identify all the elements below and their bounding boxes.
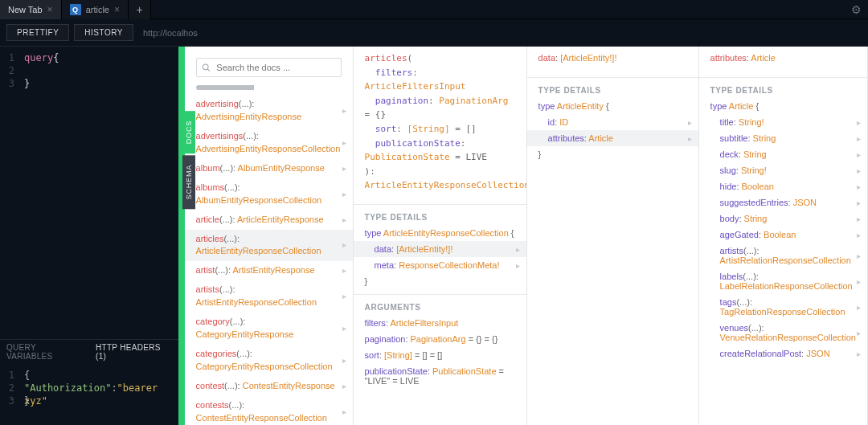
section-type-details: TYPE DETAILS — [527, 77, 698, 98]
field-data[interactable]: data: [ArticleEntity!]!▸ — [354, 241, 526, 257]
root-field-artist[interactable]: artist(...): ArtistEntityResponse▸ — [185, 261, 353, 280]
arg-filters[interactable]: filters: ArticleFiltersInput — [354, 315, 526, 331]
root-field-categories[interactable]: categories(...): CategoryEntityResponseC… — [185, 345, 353, 377]
svg-point-0 — [203, 64, 208, 70]
arg-publicationState[interactable]: publicationState: PublicationState = "LI… — [354, 363, 526, 389]
arg-pagination[interactable]: pagination: PaginationArg = {} = {} — [354, 331, 526, 347]
close-icon[interactable]: × — [47, 4, 53, 15]
field-deck[interactable]: deck: String▸ — [699, 146, 867, 162]
tab-http-headers[interactable]: HTTP HEADERS (1) — [89, 340, 178, 364]
search-input-wrap[interactable] — [196, 58, 342, 77]
field-attributes[interactable]: attributes: Article▸ — [527, 130, 698, 146]
docs-col-root: advertising(...): AdvertisingEntityRespo… — [185, 47, 354, 425]
search-icon — [202, 63, 211, 72]
field-venues[interactable]: venues(...):VenueRelationResponseCollect… — [699, 320, 867, 345]
tab-bar: New Tab × Q article × + ⚙ — [0, 0, 868, 19]
root-field-advertisings[interactable]: advertisings(...): AdvertisingEntityResp… — [185, 127, 353, 159]
add-tab-button[interactable]: + — [129, 0, 151, 19]
field-id[interactable]: id: ID▸ — [527, 114, 698, 130]
side-tab-docs[interactable]: DOCS — [182, 111, 195, 153]
field-tags[interactable]: tags(...):TagRelationResponseCollection▸ — [699, 294, 867, 320]
tab-article[interactable]: Q article × — [62, 0, 129, 19]
root-field-contests[interactable]: contests(...): ContestEntityResponseColl… — [185, 396, 353, 425]
close-icon[interactable]: × — [114, 4, 120, 15]
field-title[interactable]: title: String!▸ — [699, 114, 867, 130]
root-field-article[interactable]: article(...): ArticleEntityResponse▸ — [185, 210, 353, 230]
root-field-contest[interactable]: contest(...): ContestEntityResponse▸ — [185, 377, 353, 396]
field-hide[interactable]: hide: Boolean▸ — [699, 178, 867, 194]
prettify-button[interactable]: PRETTIFY — [6, 24, 69, 41]
editor-column: 123query{} QUERY VARIABLES HTTP HEADERS … — [0, 47, 178, 425]
headers-editor[interactable]: 123{ "Authorization":"bearer xyz"} — [0, 364, 178, 425]
query-icon: Q — [70, 4, 81, 15]
vars-header: QUERY VARIABLES HTTP HEADERS (1) — [0, 339, 178, 364]
field-artists[interactable]: artists(...):ArtistRelationResponseColle… — [699, 243, 867, 268]
field-slug[interactable]: slug: String!▸ — [699, 162, 867, 178]
root-field-articles[interactable]: articles(...): ArticleEntityResponseColl… — [185, 230, 353, 262]
close-brace: } — [527, 146, 698, 162]
column-header: data: [ArticleEntity!]! — [527, 47, 698, 72]
docs-col-type-article: attributes: Article TYPE DETAILS type Ar… — [699, 47, 868, 425]
docs-explorer: DOCS SCHEMA advertising(...): Advertisin… — [185, 47, 868, 425]
search-input[interactable] — [215, 62, 335, 73]
root-field-advertising[interactable]: advertising(...): AdvertisingEntityRespo… — [185, 95, 353, 127]
field-suggestedEntries[interactable]: suggestedEntries: JSON▸ — [699, 194, 867, 210]
field-meta[interactable]: meta: ResponseCollectionMeta!▸ — [354, 257, 526, 273]
history-button[interactable]: HISTORY — [74, 24, 133, 41]
field-signature: articles( filters: ArticleFiltersInput p… — [354, 47, 526, 199]
section-type-details: TYPE DETAILS — [354, 204, 526, 225]
tab-label: New Tab — [8, 5, 43, 14]
resize-handle[interactable] — [178, 47, 185, 425]
toolbar: PRETTIFY HISTORY http://localhos — [0, 19, 868, 47]
field-body[interactable]: body: String▸ — [699, 210, 867, 227]
gear-icon[interactable]: ⚙ — [851, 3, 862, 16]
svg-line-1 — [207, 69, 210, 72]
field-ageGated[interactable]: ageGated: Boolean▸ — [699, 227, 867, 243]
tab-query-variables[interactable]: QUERY VARIABLES — [0, 340, 89, 364]
close-brace: } — [354, 273, 526, 289]
query-editor[interactable]: 123query{} — [0, 47, 178, 339]
type-decl: type Article { — [699, 98, 867, 114]
section-type-details: TYPE DETAILS — [699, 77, 867, 98]
field-labels[interactable]: labels(...):LabelRelationResponseCollect… — [699, 268, 867, 294]
root-field-albums[interactable]: albums(...): AlbumEntityResponseCollecti… — [185, 178, 353, 210]
side-tab-schema[interactable]: SCHEMA — [182, 155, 195, 209]
scrollbar[interactable] — [196, 85, 342, 90]
arg-sort[interactable]: sort: [String] = [] = [] — [354, 347, 526, 363]
column-header: attributes: Article — [699, 47, 867, 72]
type-decl: type ArticleEntityResponseCollection { — [354, 225, 526, 241]
root-field-category[interactable]: category(...): CategoryEntityResponse▸ — [185, 313, 353, 345]
field-subtitle[interactable]: subtitle: String▸ — [699, 130, 867, 146]
endpoint-url[interactable]: http://localhos — [143, 28, 198, 38]
type-decl: type ArticleEntity { — [527, 98, 698, 114]
docs-col-field: articles( filters: ArticleFiltersInput p… — [354, 47, 527, 425]
field-createRelationalPost[interactable]: createRelationalPost: JSON▸ — [699, 345, 867, 362]
tab-new[interactable]: New Tab × — [0, 0, 62, 19]
docs-col-type-entity: data: [ArticleEntity!]! TYPE DETAILS typ… — [527, 47, 699, 425]
section-arguments: ARGUMENTS — [354, 294, 526, 315]
root-field-artists[interactable]: artists(...): ArtistEntityResponseCollec… — [185, 280, 353, 313]
root-field-album[interactable]: album(...): AlbumEntityResponse▸ — [185, 159, 353, 178]
tab-label: article — [86, 5, 109, 14]
